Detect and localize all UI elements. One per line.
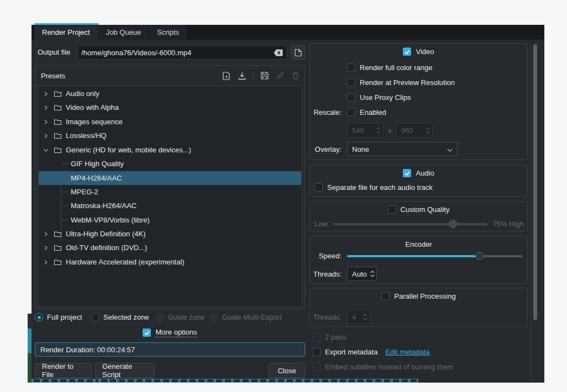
spinner-arrows-icon: [363, 314, 368, 320]
tree-folder-hardware-accelerated[interactable]: Hardware Accelerated (experimental): [39, 255, 301, 269]
audio-group: Audio Separate file for each audio track: [309, 165, 528, 197]
radio-label: Guide zone: [168, 313, 205, 321]
button-label: Render to File: [42, 362, 85, 379]
tab-label: Job Queue: [106, 28, 141, 36]
tree-preset-gif-high-quality[interactable]: GIF High Quality: [39, 157, 301, 171]
rescale-enabled-checkbox[interactable]: Enabled: [347, 108, 386, 116]
tree-preset-mpeg-2[interactable]: MPEG-2: [39, 185, 301, 199]
video-group-label: Video: [416, 47, 434, 56]
toolbar-separator: [253, 71, 254, 80]
tree-item-label: MP4-H264/AAC: [71, 174, 122, 182]
separate-audio-checkbox[interactable]: Separate file for each audio track: [314, 183, 433, 192]
custom-quality-group: Custom Quality Low 75% High: [309, 201, 528, 231]
full-color-range-checkbox[interactable]: Render full color range: [347, 63, 433, 72]
tree-folder-uhd-4k[interactable]: Ultra-High Definition (4K): [39, 227, 301, 241]
parallel-threads-row: Threads: 4: [310, 310, 527, 324]
tree-branch-line: [61, 192, 69, 192]
clear-text-icon[interactable]: [272, 48, 284, 57]
output-file-input[interactable]: /home/ghona76/Videos/-6000.mp4: [77, 45, 287, 60]
tab-label: Scripts: [157, 28, 179, 36]
presets-tree: Audio only Video with Alpha Images seque…: [38, 86, 302, 307]
scrollbar-thumb[interactable]: [533, 44, 537, 320]
vertical-scrollbar[interactable]: [533, 43, 537, 381]
tree-preset-mp4-h264-aac[interactable]: MP4-H264/AAC: [39, 171, 301, 185]
custom-quality-label: Custom Quality: [401, 205, 450, 214]
preview-resolution-checkbox[interactable]: Render at Preview Resolution: [347, 78, 455, 87]
checkbox-unchecked-icon: [347, 108, 355, 116]
tree-folder-video-with-alpha[interactable]: Video with Alpha: [39, 100, 301, 114]
presets-header: Presets: [35, 66, 305, 86]
tree-item-label: WebM-VP8/Vorbis (libre): [71, 216, 150, 224]
tree-item-label: Old-TV definition (DVD...): [66, 243, 147, 252]
generate-script-button[interactable]: Generate Script: [95, 363, 155, 378]
document-open-icon: [295, 49, 302, 57]
tree-folder-audio-only[interactable]: Audio only: [39, 87, 301, 100]
radio-label: Selected zone: [103, 313, 149, 321]
checkbox-disabled-icon: [312, 363, 321, 371]
tree-preset-matroska-h264-aac[interactable]: Matroska-H264/AAC: [39, 199, 301, 213]
spinner-arrows-icon[interactable]: [370, 271, 375, 277]
tree-folder-generic[interactable]: Generic (HD for web, mobile devices...): [39, 143, 301, 157]
overlay-dropdown[interactable]: None: [347, 142, 458, 156]
radio-unselected-icon: [91, 313, 99, 321]
video-group-checkbox[interactable]: Video: [310, 47, 527, 56]
rescale-width-spinner: 540: [347, 123, 384, 137]
rescale-label: Rescale:: [310, 108, 342, 116]
parallel-processing-group: Parallel Processing Threads: 4: [309, 288, 528, 327]
audio-group-label: Audio: [416, 169, 434, 177]
checkbox-label: Enabled: [360, 108, 386, 116]
tree-preset-webm-vp8-vorbis[interactable]: WebM-VP8/Vorbis (libre): [39, 213, 301, 227]
speed-label: Speed:: [310, 252, 342, 260]
chevron-down-icon: [447, 145, 453, 153]
new-preset-icon[interactable]: [222, 71, 231, 80]
tab-render-project[interactable]: Render Project: [34, 23, 98, 40]
render-to-file-button[interactable]: Render to File: [35, 363, 92, 378]
tab-job-queue[interactable]: Job Queue: [98, 25, 150, 40]
checkbox-unchecked-icon[interactable]: [312, 348, 321, 356]
rescale-row: Rescale: Enabled: [310, 108, 527, 116]
tree-folder-lossless-hq[interactable]: Lossless/HQ: [39, 129, 301, 142]
radio-full-project[interactable]: Full project: [35, 313, 82, 321]
more-options-checkbox[interactable]: More options: [143, 328, 197, 337]
parallel-processing-checkbox[interactable]: Parallel Processing: [310, 292, 527, 300]
presets-title: Presets: [41, 72, 65, 80]
checkbox-label: Use Proxy Clips: [360, 93, 411, 102]
button-label: Close: [277, 367, 296, 375]
clipped-progress-strip: [32, 379, 418, 383]
output-file-label: Output file: [38, 48, 70, 56]
export-metadata-row: Export metadata Edit metadata: [312, 348, 430, 356]
quality-slider-row: Low 75% High: [314, 220, 524, 228]
speed-slider[interactable]: [347, 252, 523, 260]
save-preset-icon[interactable]: [260, 71, 269, 80]
tree-item-label: Generic (HD for web, mobile devices...): [66, 146, 191, 154]
tab-scripts[interactable]: Scripts: [149, 25, 187, 40]
checkbox-disabled-icon: [312, 333, 321, 341]
tree-folder-old-tv-dvd[interactable]: Old-TV definition (DVD...): [39, 241, 301, 255]
checkbox-checked-icon: [403, 169, 411, 177]
encoder-threads-spinner[interactable]: Auto: [347, 267, 377, 281]
export-metadata-label: Export metadata: [325, 348, 377, 356]
overlay-row: Overlay: None: [310, 142, 527, 156]
checkbox-checked-icon: [403, 47, 411, 56]
download-presets-icon[interactable]: [238, 71, 246, 80]
use-proxy-clips-checkbox[interactable]: Use Proxy Clips: [347, 93, 411, 102]
background-window-fragment: [28, 314, 32, 329]
more-options-row: More options: [32, 328, 308, 337]
tree-folder-images-sequence[interactable]: Images sequence: [39, 115, 301, 129]
tree-item-label: Video with Alpha: [66, 103, 119, 112]
custom-quality-checkbox[interactable]: Custom Quality: [310, 205, 527, 214]
desktop-background: Render Project Job Queue Scripts Output …: [0, 0, 567, 392]
radio-guide-multi-export: Guide Multi-Export: [210, 313, 282, 321]
close-button[interactable]: Close: [269, 363, 305, 378]
audio-group-checkbox[interactable]: Audio: [310, 169, 527, 177]
slider-handle[interactable]: [475, 252, 484, 260]
dropdown-value: None: [352, 145, 447, 153]
edit-metadata-link[interactable]: Edit metadata: [385, 348, 429, 356]
checkbox-label: Render full color range: [360, 63, 433, 72]
background-window-fragment: [28, 353, 32, 383]
radio-selected-zone[interactable]: Selected zone: [91, 313, 149, 321]
checkbox-unchecked-icon: [347, 93, 355, 102]
embed-subtitles-checkbox: Embed subtitles instead of burning them: [312, 363, 453, 371]
browse-file-button[interactable]: [291, 45, 305, 60]
tree-item-label: Hardware Accelerated (experimental): [66, 258, 185, 266]
